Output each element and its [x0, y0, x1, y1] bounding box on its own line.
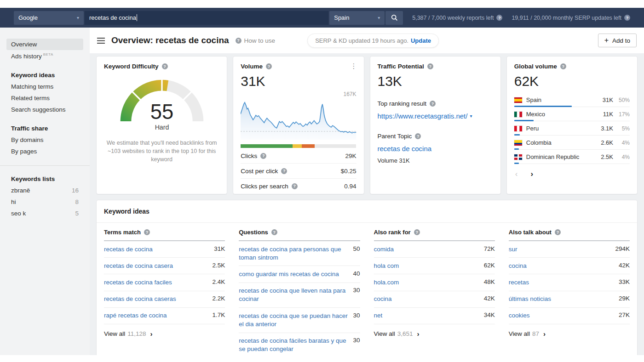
view-all-also-rank-for[interactable]: View all 3,651 › [374, 324, 495, 343]
keyword-link[interactable]: recetas de cocina casera [104, 262, 173, 270]
keyword-link[interactable]: recetas de cocina que lleven nata para c… [239, 287, 348, 303]
keyword-link[interactable]: cocina [374, 295, 392, 303]
clicks-bar-yellow [293, 144, 302, 148]
gv-card-title: Global volume [514, 63, 557, 70]
sidebar-heading-traffic-share: Traffic share [6, 123, 83, 134]
help-icon[interactable]: ? [292, 183, 298, 189]
help-icon[interactable]: ? [624, 15, 630, 21]
view-all-terms-match[interactable]: View all 11,128 › [104, 324, 225, 343]
update-link[interactable]: Update [411, 37, 431, 44]
search-button[interactable] [385, 11, 403, 25]
parent-topic-link[interactable]: recetas de cocina [378, 145, 432, 153]
keyword-volume: 42K [484, 295, 495, 302]
search-engine-select[interactable]: Google ▾ [14, 11, 84, 25]
metric-row-cpc: Cost per click? $0.25 [241, 163, 356, 178]
keyword-link[interactable]: recetas [509, 278, 529, 287]
sidebar-item-ads-history[interactable]: Ads historyBETA [6, 50, 83, 62]
keywords-list-item[interactable]: hi 8 [6, 196, 83, 208]
keywords-list-item[interactable]: seo k 5 [6, 208, 83, 219]
help-icon[interactable]: ? [162, 63, 168, 69]
top-ranking-url-link[interactable]: https://www.recetasgratis.net/ ▾ [378, 112, 493, 120]
prev-page-button[interactable]: ‹ [515, 170, 518, 179]
view-all-also-talk-about[interactable]: View all 87 › [509, 324, 630, 343]
keyword-row: rapé recetas de cocina1.7K [104, 308, 225, 324]
keyword-link[interactable]: sur [509, 245, 518, 254]
country-volume: 2.6K [601, 139, 613, 146]
sidebar-divider [0, 165, 90, 166]
sidebar-item-overview[interactable]: Overview [6, 39, 83, 50]
sidebar-item-by-pages[interactable]: By pages [6, 146, 83, 157]
keywords-list-item[interactable]: zbraně 16 [6, 185, 83, 196]
help-icon[interactable]: ? [496, 15, 502, 21]
sidebar-item-label: By pages [11, 148, 37, 155]
country-row: Spain 31K 50% [514, 93, 630, 107]
next-page-button[interactable]: › [530, 170, 533, 179]
country-name: Peru [526, 125, 601, 132]
metric-value: $0.25 [341, 168, 356, 175]
keyword-link[interactable]: comida [374, 245, 394, 254]
add-to-button[interactable]: + Add to [598, 34, 637, 47]
help-icon[interactable]: ? [555, 229, 561, 235]
country-pct: 5% [613, 125, 630, 132]
top-ranking-label: Top ranking result [378, 100, 427, 107]
country-volume: 3.1K [601, 125, 613, 132]
list-count: 8 [75, 198, 79, 205]
help-icon[interactable]: ? [266, 63, 272, 69]
keyword-row: como guardar mis recetas de cocina40 [239, 266, 360, 283]
page-title: Overview: recetas de cocina [111, 35, 229, 45]
sidebar-item-by-domains[interactable]: By domains [6, 134, 83, 146]
help-icon[interactable]: ? [415, 133, 421, 139]
metric-label: Cost per click [241, 168, 278, 175]
keyword-link[interactable]: recetas de cocina fáciles baratas y que … [239, 337, 348, 353]
metric-cards-row: Keyword Difficulty ? [90, 53, 644, 194]
view-all-label: View all [104, 330, 125, 337]
keyword-link[interactable]: rapé recetas de cocina [104, 311, 167, 320]
kebab-menu-icon[interactable]: ⋮ [351, 62, 357, 70]
keyword-row: recetas de cocina caseras2.2K [104, 291, 225, 308]
keyword-link[interactable]: recetas de cocina que se puedan hacer el… [239, 312, 348, 328]
keyword-link[interactable]: net [374, 311, 383, 320]
keyword-link[interactable]: hola com [374, 262, 399, 270]
volume-card-title: Volume [241, 63, 263, 70]
keyword-row: recetas de cocina fáciles baratas y que … [239, 333, 360, 355]
keyword-link[interactable]: recetas de cocina para personas que toma… [239, 245, 348, 262]
sidebar-item-matching-terms[interactable]: Matching terms [6, 81, 83, 92]
help-icon[interactable]: ? [560, 63, 566, 69]
help-icon[interactable]: ? [271, 229, 277, 235]
help-icon[interactable]: ? [427, 63, 433, 69]
view-all-label: View all [509, 330, 530, 337]
keyword-link[interactable]: hola.com [374, 278, 399, 287]
keyword-link[interactable]: cocina [509, 262, 527, 270]
collapse-sidebar-icon[interactable] [97, 38, 105, 44]
sidebar: Overview Ads historyBETA Keyword ideas M… [0, 28, 90, 355]
keyword-row: hola.com48K [374, 274, 495, 291]
keyword-link[interactable]: recetas de cocina caseras [104, 295, 176, 303]
volume-peak-label: 167K [343, 91, 356, 97]
list-name: hi [11, 198, 16, 205]
help-icon[interactable]: ? [260, 153, 266, 159]
tp-value: 13K [378, 74, 493, 89]
country-pct: 4% [613, 154, 630, 160]
keyword-link[interactable]: cookies [509, 311, 530, 320]
help-icon[interactable]: ? [414, 229, 420, 235]
keyword-link[interactable]: recetas de cocina faciles [104, 278, 172, 287]
help-icon[interactable]: ? [236, 38, 242, 44]
country-share-bar [514, 106, 572, 107]
sidebar-heading-keyword-ideas: Keyword ideas [6, 69, 83, 81]
help-icon[interactable]: ? [144, 229, 150, 235]
country-select[interactable]: Spain ▾ [329, 11, 385, 25]
help-icon[interactable]: ? [281, 168, 287, 174]
country-row: Colombia 2.6K 4% [514, 136, 630, 150]
keyword-link[interactable]: como guardar mis recetas de cocina [239, 270, 339, 278]
keyword-row: recetas33K [509, 274, 630, 291]
keyword-link[interactable]: recetas de cocina [104, 245, 153, 254]
sidebar-item-related-terms[interactable]: Related terms [6, 92, 83, 104]
colombia-flag-icon [514, 140, 522, 146]
how-to-use-link[interactable]: How to use [244, 37, 276, 44]
keyword-row: hola com62K [374, 258, 495, 274]
keyword-row: recetas de cocina para personas que toma… [239, 241, 360, 266]
sidebar-item-search-suggestions[interactable]: Search suggestions [6, 104, 83, 115]
keyword-search-input[interactable]: recetas de cocina [85, 11, 328, 25]
keyword-link[interactable]: últimas noticias [509, 295, 551, 303]
help-icon[interactable]: ? [430, 101, 436, 107]
